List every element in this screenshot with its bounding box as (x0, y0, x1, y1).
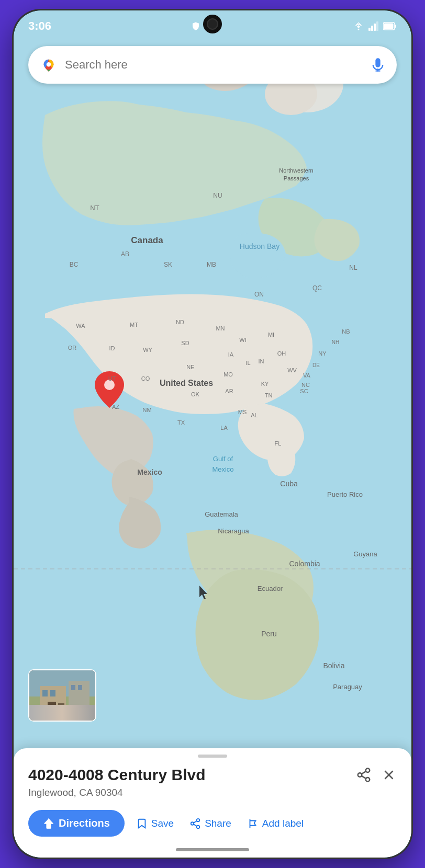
svg-rect-87 (50, 690, 55, 696)
svg-line-98 (362, 776, 366, 779)
svg-text:TN: TN (265, 392, 273, 398)
svg-text:MI: MI (268, 332, 274, 338)
svg-text:WI: WI (239, 337, 246, 343)
mic-icon[interactable] (371, 58, 385, 72)
status-icons (353, 21, 397, 31)
svg-text:NE: NE (186, 364, 194, 370)
svg-rect-86 (42, 690, 48, 696)
svg-rect-74 (376, 21, 378, 31)
add-label-label: Add label (262, 818, 304, 829)
camera-notch (203, 15, 222, 33)
search-bar[interactable] (28, 46, 397, 84)
google-maps-logo-icon (40, 56, 58, 74)
location-title: 4020-4008 Century Blvd (28, 766, 356, 784)
svg-text:VA: VA (303, 372, 311, 379)
svg-text:Ecuador: Ecuador (258, 585, 283, 592)
svg-text:TX: TX (177, 419, 185, 426)
share-button[interactable]: Share (185, 813, 236, 835)
svg-text:WV: WV (287, 367, 297, 373)
svg-text:ND: ND (176, 319, 184, 325)
svg-text:Colombia: Colombia (289, 559, 320, 568)
svg-point-95 (366, 769, 370, 773)
svg-text:ID: ID (109, 345, 115, 351)
svg-text:NY: NY (318, 350, 327, 357)
directions-label: Directions (59, 817, 110, 829)
card-actions: Directions Save (28, 810, 397, 837)
svg-rect-89 (78, 685, 82, 690)
close-icon[interactable] (381, 767, 397, 783)
svg-rect-90 (48, 702, 56, 710)
svg-text:KY: KY (261, 381, 269, 387)
svg-text:OR: OR (68, 345, 77, 351)
svg-rect-71 (368, 28, 371, 31)
street-view-thumbnail[interactable]: ↺ (28, 669, 96, 722)
directions-button[interactable]: Directions (28, 810, 125, 837)
map-area[interactable]: Baffin Bay Northwestern Passages NU NT B… (14, 10, 411, 858)
svg-text:Cuba: Cuba (280, 479, 298, 488)
signal-icon (368, 21, 379, 31)
search-input[interactable] (65, 58, 371, 72)
svg-text:Hudson Bay: Hudson Bay (240, 242, 279, 250)
directions-icon (43, 818, 54, 829)
svg-text:Canada: Canada (131, 235, 163, 245)
svg-point-104 (191, 822, 194, 825)
svg-text:ON: ON (254, 291, 264, 298)
svg-point-93 (33, 711, 41, 719)
svg-text:SC: SC (300, 388, 308, 394)
svg-text:United States: United States (160, 379, 213, 387)
status-time: 3:06 (28, 19, 51, 33)
svg-text:MT: MT (130, 322, 138, 328)
svg-point-96 (358, 773, 362, 777)
svg-text:Northwestern: Northwestern (279, 167, 313, 174)
save-label: Save (151, 818, 174, 829)
svg-text:MB: MB (207, 261, 216, 268)
map-svg: Baffin Bay Northwestern Passages NU NT B… (14, 10, 411, 858)
bookmark-icon (136, 818, 148, 829)
svg-point-79 (47, 62, 51, 67)
shield-icon-1 (191, 21, 200, 31)
home-bar[interactable] (176, 848, 249, 851)
svg-text:MO: MO (223, 371, 233, 378)
svg-text:SD: SD (181, 340, 189, 346)
svg-text:NB: NB (342, 328, 350, 335)
svg-text:AB: AB (121, 250, 129, 258)
wifi-icon (353, 21, 364, 31)
svg-text:CO: CO (141, 375, 150, 382)
svg-rect-77 (384, 24, 393, 29)
card-action-icons (356, 767, 397, 783)
svg-text:LA: LA (220, 425, 228, 431)
phone-frame: Baffin Bay Northwestern Passages NU NT B… (14, 10, 411, 858)
save-button[interactable]: Save (132, 813, 178, 835)
svg-marker-102 (44, 818, 53, 828)
svg-text:Guyana: Guyana (353, 550, 377, 558)
svg-line-107 (194, 820, 197, 823)
svg-rect-73 (374, 24, 376, 31)
svg-text:NM: NM (142, 407, 151, 413)
svg-text:Paraguay: Paraguay (333, 683, 362, 691)
share-icon[interactable] (356, 767, 372, 783)
card-drag-handle[interactable] (198, 755, 227, 758)
svg-text:IN: IN (259, 358, 264, 364)
location-subtitle: Inglewood, CA 90304 (28, 787, 397, 798)
svg-text:MS: MS (238, 409, 247, 415)
flag-icon (247, 818, 259, 829)
camera-lens (207, 18, 218, 30)
svg-text:NH: NH (332, 339, 339, 345)
svg-text:UT: UT (108, 375, 116, 382)
svg-text:Passages: Passages (284, 175, 309, 181)
svg-text:NL: NL (349, 264, 357, 271)
svg-text:SK: SK (164, 261, 172, 268)
svg-text:Mexico: Mexico (137, 468, 162, 476)
svg-rect-72 (371, 26, 373, 31)
svg-text:BC: BC (70, 261, 79, 268)
street-view-scene: ↺ (29, 670, 96, 722)
svg-text:DE: DE (312, 362, 320, 368)
svg-text:NU: NU (213, 192, 222, 199)
svg-line-99 (362, 771, 366, 774)
svg-text:AR: AR (225, 388, 233, 394)
svg-text:WY: WY (143, 347, 152, 353)
svg-point-70 (358, 29, 360, 30)
svg-point-97 (366, 778, 370, 782)
svg-text:Guatemala: Guatemala (205, 510, 238, 518)
add-label-button[interactable]: Add label (243, 813, 308, 835)
